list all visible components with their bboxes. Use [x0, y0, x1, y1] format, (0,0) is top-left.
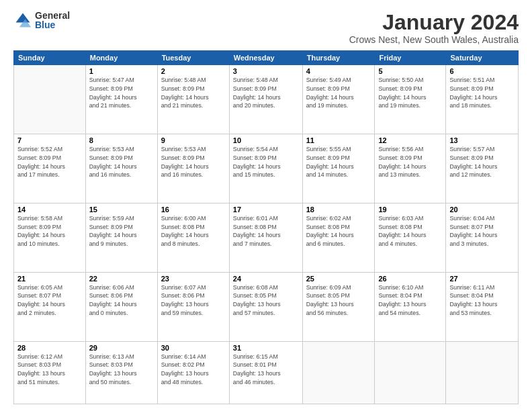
- logo-icon: [13, 11, 32, 30]
- day-info: Sunrise: 5:53 AM Sunset: 8:09 PM Dayligh…: [161, 145, 226, 179]
- day-info: Sunrise: 5:57 AM Sunset: 8:09 PM Dayligh…: [449, 145, 515, 179]
- day-cell: 5Sunrise: 5:50 AM Sunset: 8:09 PM Daylig…: [375, 65, 446, 134]
- day-cell: 30Sunrise: 6:14 AM Sunset: 8:02 PM Dayli…: [157, 341, 229, 404]
- day-cell: 29Sunrise: 6:13 AM Sunset: 8:03 PM Dayli…: [85, 341, 157, 404]
- calendar-header: SundayMondayTuesdayWednesdayThursdayFrid…: [14, 51, 519, 65]
- day-cell: 10Sunrise: 5:54 AM Sunset: 8:09 PM Dayli…: [229, 134, 302, 203]
- day-cell: 18Sunrise: 6:02 AM Sunset: 8:08 PM Dayli…: [302, 203, 375, 272]
- header-cell-tuesday: Tuesday: [157, 51, 229, 65]
- day-number: 23: [161, 275, 226, 283]
- day-cell: 24Sunrise: 6:08 AM Sunset: 8:05 PM Dayli…: [229, 272, 302, 341]
- day-number: 16: [161, 205, 226, 214]
- logo-text: General Blue: [35, 11, 70, 30]
- day-cell: 6Sunrise: 5:51 AM Sunset: 8:09 PM Daylig…: [446, 65, 519, 134]
- week-row-4: 21Sunrise: 6:05 AM Sunset: 8:07 PM Dayli…: [14, 272, 519, 341]
- day-info: Sunrise: 5:51 AM Sunset: 8:09 PM Dayligh…: [449, 76, 515, 110]
- day-number: 27: [449, 275, 515, 283]
- header-cell-friday: Friday: [375, 51, 446, 65]
- header-cell-sunday: Sunday: [14, 51, 86, 65]
- day-cell: 17Sunrise: 6:01 AM Sunset: 8:08 PM Dayli…: [229, 203, 302, 272]
- day-number: 14: [17, 205, 82, 214]
- week-row-1: 1Sunrise: 5:47 AM Sunset: 8:09 PM Daylig…: [14, 65, 519, 134]
- day-cell: 2Sunrise: 5:48 AM Sunset: 8:09 PM Daylig…: [157, 65, 229, 134]
- day-cell: 8Sunrise: 5:53 AM Sunset: 8:09 PM Daylig…: [85, 134, 157, 203]
- day-number: 12: [378, 136, 442, 144]
- day-info: Sunrise: 6:02 AM Sunset: 8:08 PM Dayligh…: [306, 214, 371, 248]
- day-number: 7: [17, 136, 82, 144]
- header-cell-thursday: Thursday: [302, 51, 375, 65]
- day-info: Sunrise: 6:13 AM Sunset: 8:03 PM Dayligh…: [89, 353, 154, 387]
- day-cell: 14Sunrise: 5:58 AM Sunset: 8:09 PM Dayli…: [14, 203, 86, 272]
- logo-blue-label: Blue: [35, 20, 70, 30]
- day-cell: 3Sunrise: 5:48 AM Sunset: 8:09 PM Daylig…: [229, 65, 302, 134]
- day-cell: [375, 341, 446, 404]
- day-number: 13: [449, 136, 515, 144]
- day-number: 30: [161, 344, 226, 352]
- day-cell: 15Sunrise: 5:59 AM Sunset: 8:09 PM Dayli…: [85, 203, 157, 272]
- header-cell-monday: Monday: [85, 51, 157, 65]
- day-number: 29: [89, 344, 154, 352]
- day-info: Sunrise: 6:04 AM Sunset: 8:07 PM Dayligh…: [449, 214, 515, 248]
- day-cell: 11Sunrise: 5:55 AM Sunset: 8:09 PM Dayli…: [302, 134, 375, 203]
- day-cell: 1Sunrise: 5:47 AM Sunset: 8:09 PM Daylig…: [85, 65, 157, 134]
- day-info: Sunrise: 5:49 AM Sunset: 8:09 PM Dayligh…: [306, 76, 371, 110]
- day-cell: 20Sunrise: 6:04 AM Sunset: 8:07 PM Dayli…: [446, 203, 519, 272]
- header-cell-wednesday: Wednesday: [229, 51, 302, 65]
- day-info: Sunrise: 5:52 AM Sunset: 8:09 PM Dayligh…: [17, 145, 82, 179]
- day-number: 18: [306, 205, 371, 214]
- day-info: Sunrise: 6:07 AM Sunset: 8:06 PM Dayligh…: [161, 283, 226, 318]
- day-cell: 23Sunrise: 6:07 AM Sunset: 8:06 PM Dayli…: [157, 272, 229, 341]
- day-number: 15: [89, 205, 154, 214]
- day-info: Sunrise: 6:12 AM Sunset: 8:03 PM Dayligh…: [17, 353, 82, 387]
- day-info: Sunrise: 5:58 AM Sunset: 8:09 PM Dayligh…: [17, 214, 82, 248]
- day-cell: 27Sunrise: 6:11 AM Sunset: 8:04 PM Dayli…: [446, 272, 519, 341]
- day-number: 25: [306, 275, 371, 283]
- day-info: Sunrise: 5:48 AM Sunset: 8:09 PM Dayligh…: [233, 76, 299, 110]
- day-info: Sunrise: 6:09 AM Sunset: 8:05 PM Dayligh…: [306, 283, 371, 318]
- day-cell: [14, 65, 86, 134]
- day-number: 3: [233, 67, 299, 75]
- day-cell: 4Sunrise: 5:49 AM Sunset: 8:09 PM Daylig…: [302, 65, 375, 134]
- day-info: Sunrise: 6:06 AM Sunset: 8:06 PM Dayligh…: [89, 283, 154, 318]
- day-number: 17: [233, 205, 299, 214]
- day-number: 31: [233, 344, 299, 352]
- day-number: 10: [233, 136, 299, 144]
- day-info: Sunrise: 5:53 AM Sunset: 8:09 PM Dayligh…: [89, 145, 154, 179]
- day-number: 5: [378, 67, 442, 75]
- day-number: 2: [161, 67, 226, 75]
- week-row-2: 7Sunrise: 5:52 AM Sunset: 8:09 PM Daylig…: [14, 134, 519, 203]
- day-number: 6: [449, 67, 515, 75]
- day-cell: 31Sunrise: 6:15 AM Sunset: 8:01 PM Dayli…: [229, 341, 302, 404]
- day-info: Sunrise: 6:05 AM Sunset: 8:07 PM Dayligh…: [17, 283, 82, 318]
- day-info: Sunrise: 6:00 AM Sunset: 8:08 PM Dayligh…: [161, 214, 226, 248]
- logo: General Blue: [13, 11, 70, 30]
- day-cell: 7Sunrise: 5:52 AM Sunset: 8:09 PM Daylig…: [14, 134, 86, 203]
- day-number: 4: [306, 67, 371, 75]
- day-number: 21: [17, 275, 82, 283]
- day-info: Sunrise: 5:56 AM Sunset: 8:09 PM Dayligh…: [378, 145, 442, 179]
- day-cell: 22Sunrise: 6:06 AM Sunset: 8:06 PM Dayli…: [85, 272, 157, 341]
- day-cell: 21Sunrise: 6:05 AM Sunset: 8:07 PM Dayli…: [14, 272, 86, 341]
- day-cell: [302, 341, 375, 404]
- day-number: 24: [233, 275, 299, 283]
- day-cell: 9Sunrise: 5:53 AM Sunset: 8:09 PM Daylig…: [157, 134, 229, 203]
- day-info: Sunrise: 6:08 AM Sunset: 8:05 PM Dayligh…: [233, 283, 299, 318]
- day-number: 11: [306, 136, 371, 144]
- day-info: Sunrise: 6:15 AM Sunset: 8:01 PM Dayligh…: [233, 353, 299, 387]
- day-cell: 25Sunrise: 6:09 AM Sunset: 8:05 PM Dayli…: [302, 272, 375, 341]
- day-info: Sunrise: 5:55 AM Sunset: 8:09 PM Dayligh…: [306, 145, 371, 179]
- day-info: Sunrise: 5:47 AM Sunset: 8:09 PM Dayligh…: [89, 76, 154, 110]
- day-info: Sunrise: 5:54 AM Sunset: 8:09 PM Dayligh…: [233, 145, 299, 179]
- day-info: Sunrise: 5:50 AM Sunset: 8:09 PM Dayligh…: [378, 76, 442, 110]
- header-row: SundayMondayTuesdayWednesdayThursdayFrid…: [14, 51, 519, 65]
- day-number: 1: [89, 67, 154, 75]
- day-number: 8: [89, 136, 154, 144]
- logo-general-label: General: [35, 11, 70, 20]
- day-info: Sunrise: 6:03 AM Sunset: 8:08 PM Dayligh…: [378, 214, 442, 248]
- day-info: Sunrise: 6:01 AM Sunset: 8:08 PM Dayligh…: [233, 214, 299, 248]
- calendar-table: SundayMondayTuesdayWednesdayThursdayFrid…: [13, 50, 519, 404]
- calendar-body: 1Sunrise: 5:47 AM Sunset: 8:09 PM Daylig…: [14, 65, 519, 404]
- day-number: 28: [17, 344, 82, 352]
- page: General Blue January 2024 Crows Nest, Ne…: [0, 0, 532, 411]
- day-info: Sunrise: 6:10 AM Sunset: 8:04 PM Dayligh…: [378, 283, 442, 318]
